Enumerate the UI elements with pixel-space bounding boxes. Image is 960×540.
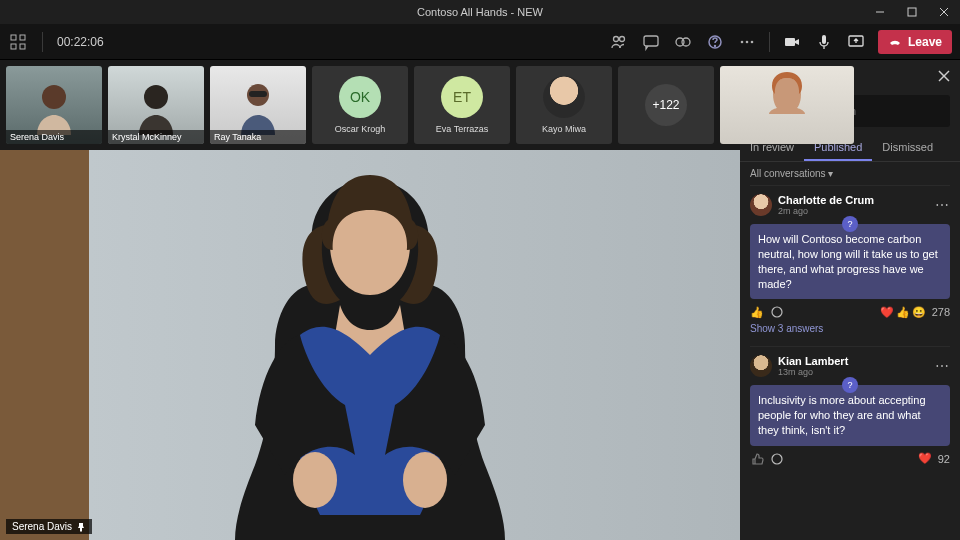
reply-icon[interactable] xyxy=(770,305,784,319)
reactions-group[interactable]: ❤️👍😀 278 xyxy=(880,306,950,319)
reaction-count: 92 xyxy=(938,453,950,465)
main-speaker-video[interactable]: Serena Davis xyxy=(0,150,740,540)
svg-point-21 xyxy=(42,85,66,109)
chat-icon[interactable] xyxy=(641,32,661,52)
svg-rect-1 xyxy=(908,8,916,16)
participant-tile[interactable]: Serena Davis xyxy=(6,66,102,144)
svg-point-30 xyxy=(772,454,782,464)
chevron-down-icon: ▾ xyxy=(828,168,833,179)
grid-view-icon[interactable] xyxy=(8,32,28,52)
svg-point-26 xyxy=(403,452,447,508)
participant-name: Ray Tanaka xyxy=(210,130,306,144)
qa-filter[interactable]: All conversations ▾ xyxy=(740,162,960,185)
meeting-timer: 00:22:06 xyxy=(57,35,104,49)
people-icon[interactable] xyxy=(609,32,629,52)
svg-rect-7 xyxy=(20,44,25,49)
participant-tile[interactable]: Krystal McKinney xyxy=(108,66,204,144)
avatar-initials: ET xyxy=(441,76,483,118)
upvote-icon[interactable]: 👍 xyxy=(750,306,764,319)
question-badge-icon: ? xyxy=(842,216,858,232)
tab-dismissed[interactable]: Dismissed xyxy=(872,135,943,161)
svg-rect-24 xyxy=(249,91,267,97)
active-speaker-name: Serena Davis xyxy=(12,521,72,532)
participant-thumbnails: Serena Davis Krystal McKinney Ray Tanaka… xyxy=(0,60,740,150)
avatar-photo xyxy=(543,76,585,118)
more-icon[interactable]: ⋯ xyxy=(935,358,950,374)
question-text: How will Contoso become carbon neutral, … xyxy=(758,233,938,290)
more-icon[interactable] xyxy=(737,32,757,52)
reactions-icon[interactable] xyxy=(673,32,693,52)
window-maximize-icon[interactable] xyxy=(896,0,928,24)
participant-name: Krystal McKinney xyxy=(108,130,204,144)
question-time: 13m ago xyxy=(778,367,848,377)
window-title-bar: Contoso All Hands - NEW xyxy=(0,0,960,24)
divider xyxy=(769,32,770,52)
svg-point-29 xyxy=(772,307,782,317)
pin-icon xyxy=(76,522,86,532)
active-speaker-label: Serena Davis xyxy=(6,519,92,534)
question-badge-icon: ? xyxy=(842,377,858,393)
share-screen-icon[interactable] xyxy=(846,32,866,52)
mic-icon[interactable] xyxy=(814,32,834,52)
participant-name: Kayo Miwa xyxy=(542,124,586,134)
window-close-icon[interactable] xyxy=(928,0,960,24)
self-video-tile[interactable] xyxy=(720,66,854,144)
avatar xyxy=(750,194,772,216)
divider xyxy=(42,32,43,52)
qa-icon[interactable] xyxy=(705,32,725,52)
question-time: 2m ago xyxy=(778,206,874,216)
qa-filter-label: All conversations xyxy=(750,168,826,179)
window-title: Contoso All Hands - NEW xyxy=(96,6,864,18)
speaker-figure xyxy=(160,150,580,540)
svg-point-17 xyxy=(751,40,754,43)
self-video xyxy=(720,66,854,144)
hangup-icon xyxy=(888,35,902,49)
reply-icon[interactable] xyxy=(770,452,784,466)
participant-name: Serena Davis xyxy=(6,130,102,144)
qa-question-item: Charlotte de Crum 2m ago ⋯ ? How will Co… xyxy=(750,185,950,346)
svg-point-25 xyxy=(293,452,337,508)
svg-rect-6 xyxy=(11,44,16,49)
svg-rect-19 xyxy=(822,35,826,44)
svg-rect-4 xyxy=(11,35,16,40)
svg-point-12 xyxy=(682,38,690,46)
participant-tile[interactable]: ET Eva Terrazas xyxy=(414,66,510,144)
video-area: Serena Davis Krystal McKinney Ray Tanaka… xyxy=(0,60,740,540)
upvote-icon[interactable] xyxy=(750,452,764,466)
question-author: Charlotte de Crum xyxy=(778,194,874,206)
reaction-count: 278 xyxy=(932,306,950,318)
participant-tile[interactable]: OK Oscar Krogh xyxy=(312,66,408,144)
svg-point-16 xyxy=(746,40,749,43)
qa-questions-list: Charlotte de Crum 2m ago ⋯ ? How will Co… xyxy=(740,185,960,540)
leave-button-label: Leave xyxy=(908,35,942,49)
window-minimize-icon[interactable] xyxy=(864,0,896,24)
svg-rect-18 xyxy=(785,38,795,46)
reactions-group[interactable]: ❤️ 92 xyxy=(918,452,950,465)
leave-button[interactable]: Leave xyxy=(878,30,952,54)
svg-point-15 xyxy=(741,40,744,43)
svg-point-14 xyxy=(714,45,715,46)
question-author: Kian Lambert xyxy=(778,355,848,367)
svg-rect-10 xyxy=(644,36,658,46)
avatar-initials: OK xyxy=(339,76,381,118)
close-icon[interactable] xyxy=(938,70,950,82)
svg-point-22 xyxy=(144,85,168,109)
qa-question-item: Kian Lambert 13m ago ⋯ ? Inclusivity is … xyxy=(750,346,950,474)
participant-overflow[interactable]: +122 xyxy=(618,66,714,144)
svg-rect-5 xyxy=(20,35,25,40)
overflow-count[interactable]: +122 xyxy=(645,84,687,126)
participant-name: Oscar Krogh xyxy=(335,124,386,134)
question-bubble: ? How will Contoso become carbon neutral… xyxy=(750,224,950,299)
avatar xyxy=(750,355,772,377)
svg-point-8 xyxy=(613,36,618,41)
participant-tile[interactable]: Kayo Miwa xyxy=(516,66,612,144)
question-text: Inclusivity is more about accepting peop… xyxy=(758,394,926,436)
participant-tile[interactable]: Ray Tanaka xyxy=(210,66,306,144)
svg-point-9 xyxy=(619,36,624,41)
participant-name: Eva Terrazas xyxy=(436,124,488,134)
show-answers-link[interactable]: Show 3 answers xyxy=(750,323,950,334)
question-bubble: ? Inclusivity is more about accepting pe… xyxy=(750,385,950,446)
more-icon[interactable]: ⋯ xyxy=(935,197,950,213)
meeting-toolbar: 00:22:06 Leave xyxy=(0,24,960,60)
camera-icon[interactable] xyxy=(782,32,802,52)
